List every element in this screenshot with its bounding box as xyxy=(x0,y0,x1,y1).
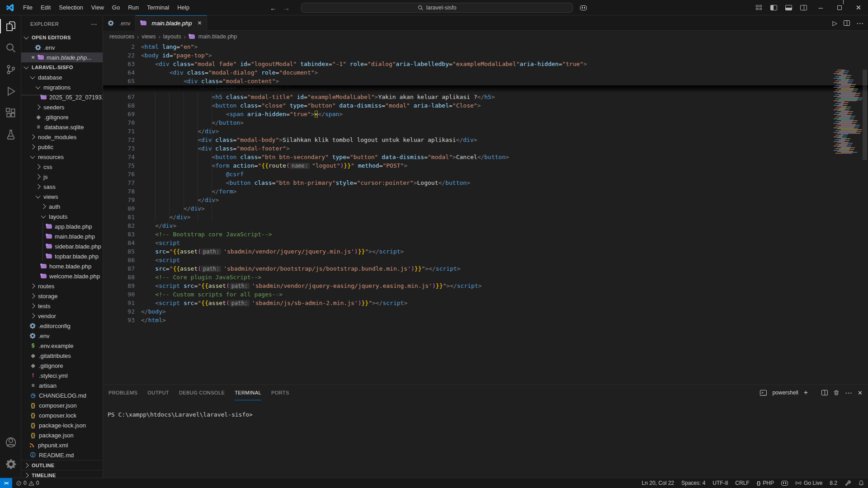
panel-tab-problems[interactable]: PROBLEMS xyxy=(108,385,137,400)
history-back-icon[interactable]: ← xyxy=(270,4,277,12)
command-center-search[interactable]: laravel-sisfo xyxy=(301,3,573,13)
minimap[interactable] xyxy=(834,70,860,154)
folder-views[interactable]: views xyxy=(21,192,103,202)
code-line-82[interactable]: 82 </div> xyxy=(103,221,868,230)
activity-testing[interactable] xyxy=(0,124,21,145)
toggle-primary-sidebar-icon[interactable] xyxy=(770,5,777,10)
code-line-84[interactable]: 84 <script xyxy=(103,239,868,247)
tree-item-.editorconfig[interactable]: .editorconfig xyxy=(21,321,103,331)
tree-item-app.blade.php[interactable]: app.blade.php xyxy=(21,221,103,231)
tree-item-.styleci.yml[interactable]: !.styleci.yml xyxy=(21,371,103,380)
code-line-2[interactable]: 2<html lang="en"> xyxy=(103,42,868,51)
code-line-86[interactable]: 86 <script xyxy=(103,256,868,264)
close-button[interactable]: ✕ xyxy=(849,0,868,15)
status-intelephense[interactable] xyxy=(841,478,854,488)
code-line-68[interactable]: 68 <button class="close" type="button" d… xyxy=(103,101,868,110)
toggle-panel-icon[interactable] xyxy=(785,5,792,10)
activity-explorer[interactable] xyxy=(0,15,21,37)
new-terminal-icon[interactable]: + xyxy=(804,389,808,397)
tree-item-.gitignore[interactable]: ◆.gitignore xyxy=(21,361,103,371)
code-line-91[interactable]: 91 <script src="{{asset(path:'sbadmin/js… xyxy=(103,299,868,307)
code-line-83[interactable]: 83 <!-- Bootstrap core JavaScript--> xyxy=(103,230,868,239)
tree-item-welcome.blade.php[interactable]: welcome.blade.php xyxy=(21,271,103,281)
activity-account[interactable] xyxy=(0,432,21,453)
panel-more-actions-icon[interactable]: ⋯ xyxy=(845,389,852,397)
tree-item-.env[interactable]: .env xyxy=(21,42,103,52)
code-line-64[interactable]: 64 <div class="modal-dialog" role="docum… xyxy=(103,68,868,77)
code-line-85[interactable]: 85 src="{{asset(path:'sbadmin/vendor/jqu… xyxy=(103,247,868,256)
terminal[interactable]: PS C:\xampp\htdocs\Laravel\laravel-sisfo… xyxy=(103,400,868,418)
close-tab-icon[interactable]: ✕ xyxy=(197,20,202,26)
activity-run-debug[interactable] xyxy=(0,80,21,102)
tree-item-home.blade.php[interactable]: home.blade.php xyxy=(21,261,103,271)
explorer-more-actions-icon[interactable]: ⋯ xyxy=(91,20,97,28)
folder-tests[interactable]: tests xyxy=(21,301,103,311)
tree-item-main.blade.php[interactable]: main.blade.php xyxy=(21,231,103,241)
tree-item-artisan[interactable]: ≡artisan xyxy=(21,380,103,390)
code-line-63[interactable]: 63 <div class="modal fade" id="logoutMod… xyxy=(103,60,868,68)
tree-item-package-lock.json[interactable]: {}package-lock.json xyxy=(21,420,103,430)
tree-item-sidebar.blade.php[interactable]: sidebar.blade.php xyxy=(21,241,103,251)
code-line-81[interactable]: 81 </div> xyxy=(103,213,868,221)
breadcrumb[interactable]: resources›views›layouts›main.blade.php xyxy=(103,31,868,42)
folder-resources[interactable]: resources xyxy=(21,152,103,162)
panel-tab-output[interactable]: OUTPUT xyxy=(147,385,169,400)
tree-item-composer.lock[interactable]: {}composer.lock xyxy=(21,410,103,420)
status-cursor-position[interactable]: Ln 20, Col 22 xyxy=(638,478,678,488)
code-line-75[interactable]: 75 <form action="{{route(name:"logout")}… xyxy=(103,161,868,170)
status-notifications[interactable] xyxy=(854,478,868,488)
menu-selection[interactable]: Selection xyxy=(55,2,87,13)
code-line-79[interactable]: 79 </div> xyxy=(103,196,868,204)
folder-seeders[interactable]: seeders xyxy=(21,102,103,112)
folder-sass[interactable]: sass xyxy=(21,182,103,192)
history-forward-icon[interactable]: → xyxy=(283,4,290,12)
breadcrumb-item[interactable]: resources xyxy=(109,33,134,40)
code-line-89[interactable]: 89 <script src="{{asset(path:'sbadmin/ve… xyxy=(103,282,868,290)
code-line-71[interactable]: 71 </div> xyxy=(103,127,868,136)
menu-edit[interactable]: Edit xyxy=(37,2,55,13)
menu-file[interactable]: File xyxy=(19,2,37,13)
code-line-92[interactable]: 92</body> xyxy=(103,307,868,316)
section-laravel-sisfo[interactable]: LARAVEL-SISFO xyxy=(21,62,103,72)
tree-item-changelog.md[interactable]: ◷CHANGELOG.md xyxy=(21,390,103,400)
status-eol[interactable]: CRLF xyxy=(731,478,753,488)
tree-item-database.sqlite[interactable]: ≡database.sqlite xyxy=(21,122,103,132)
code-line-22[interactable]: 22<body id="page-top"> xyxy=(103,51,868,60)
folder-storage[interactable]: storage xyxy=(21,291,103,301)
tab-.env[interactable]: .env xyxy=(103,15,136,31)
restore-button[interactable] xyxy=(830,0,849,15)
shell-label[interactable]: powershell xyxy=(772,389,798,396)
tree-item-composer.json[interactable]: {}composer.json xyxy=(21,400,103,410)
tree-item-phpunit.xml[interactable]: phpunit.xml xyxy=(21,440,103,450)
status-language-mode[interactable]: {}PHP xyxy=(753,478,778,488)
activity-extensions[interactable] xyxy=(0,102,21,124)
panel-tab-terminal[interactable]: TERMINAL xyxy=(235,385,261,400)
menu-terminal[interactable]: Terminal xyxy=(143,2,173,13)
code-line-90[interactable]: 90 <!-- Custom scripts for all pages--> xyxy=(103,290,868,299)
folder-routes[interactable]: routes xyxy=(21,281,103,291)
toggle-secondary-sidebar-icon[interactable] xyxy=(800,5,807,10)
activity-settings[interactable] xyxy=(0,453,21,475)
folder-layouts[interactable]: layouts xyxy=(21,211,103,221)
menu-view[interactable]: View xyxy=(87,2,108,13)
menu-run[interactable]: Run xyxy=(124,2,143,13)
menu-help[interactable]: Help xyxy=(173,2,193,13)
folder-public[interactable]: public xyxy=(21,142,103,152)
tree-item-readme.md[interactable]: ⓘREADME.md xyxy=(21,450,103,460)
code-line-73[interactable]: 73 <div class="modal-footer"> xyxy=(103,144,868,153)
breadcrumb-item[interactable]: layouts xyxy=(163,33,181,40)
code-line-69[interactable]: 69 <span aria-hidden="true">×</span> xyxy=(103,110,868,118)
status-encoding[interactable]: UTF-8 xyxy=(709,478,731,488)
section-open-editors[interactable]: OPEN EDITORS xyxy=(21,33,103,42)
code-line-74[interactable]: 74 <button class="btn btn-secondary" typ… xyxy=(103,153,868,161)
tree-item-.env[interactable]: .env xyxy=(21,331,103,341)
tab-main.blade.php[interactable]: main.blade.php✕ xyxy=(136,15,207,31)
status-copilot-status[interactable] xyxy=(778,478,792,488)
close-panel-icon[interactable]: ✕ xyxy=(858,389,863,396)
menu-go[interactable]: Go xyxy=(108,2,124,13)
code-line-78[interactable]: 78 </form> xyxy=(103,187,868,196)
panel-tab-debug-console[interactable]: DEBUG CONSOLE xyxy=(179,385,225,400)
status-php-version[interactable]: 8.2 xyxy=(826,478,841,488)
minimize-button[interactable]: ─ xyxy=(811,0,830,15)
activity-search[interactable] xyxy=(0,37,21,59)
